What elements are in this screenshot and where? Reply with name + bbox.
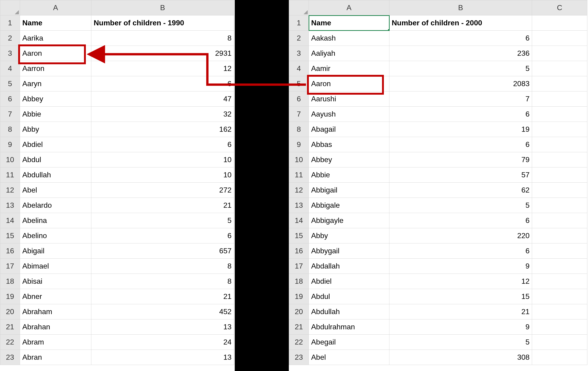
row-header[interactable]: 12 xyxy=(0,183,20,198)
cell[interactable]: Aarron xyxy=(20,61,91,76)
cell[interactable]: 8 xyxy=(91,259,234,274)
row-header[interactable]: 13 xyxy=(289,198,309,213)
cell[interactable] xyxy=(532,183,587,198)
row-header[interactable]: 9 xyxy=(0,137,20,152)
cell[interactable]: 6 xyxy=(389,31,532,46)
row-header[interactable]: 2 xyxy=(289,31,309,46)
cell[interactable]: Abner xyxy=(20,289,91,304)
cell[interactable]: 236 xyxy=(389,46,532,61)
cell[interactable] xyxy=(532,152,587,167)
cell[interactable]: 8 xyxy=(91,274,234,289)
cell[interactable]: 62 xyxy=(389,183,532,198)
right-spreadsheet[interactable]: A B C 1NameNumber of children - 20002Aak… xyxy=(289,0,587,365)
row-header[interactable]: 7 xyxy=(0,107,20,122)
cell[interactable] xyxy=(532,259,587,274)
cell[interactable]: Aayush xyxy=(309,107,389,122)
row-header[interactable]: 15 xyxy=(289,228,309,243)
cell[interactable]: 9 xyxy=(389,319,532,335)
cell[interactable]: 10 xyxy=(91,167,234,183)
cell[interactable]: Abegail xyxy=(309,335,389,350)
cell[interactable]: 6 xyxy=(91,228,234,243)
cell[interactable]: Abelino xyxy=(20,228,91,243)
cell[interactable]: 5 xyxy=(389,335,532,350)
cell[interactable] xyxy=(532,31,587,46)
cell[interactable]: 2083 xyxy=(389,76,532,91)
cell[interactable]: 21 xyxy=(91,198,234,213)
cell[interactable] xyxy=(532,167,587,183)
row-header[interactable]: 15 xyxy=(0,228,20,243)
col-header-A[interactable]: A xyxy=(20,0,91,15)
cell[interactable]: 162 xyxy=(91,122,234,137)
cell[interactable]: 21 xyxy=(389,304,532,319)
cell[interactable]: Number of children - 2000 xyxy=(389,15,532,31)
cell[interactable]: 308 xyxy=(389,350,532,365)
row-header[interactable]: 3 xyxy=(0,46,20,61)
row-header[interactable]: 20 xyxy=(289,304,309,319)
cell[interactable] xyxy=(532,335,587,350)
row-header[interactable]: 4 xyxy=(289,61,309,76)
cell[interactable]: Abbigail xyxy=(309,183,389,198)
row-header[interactable]: 16 xyxy=(0,243,20,259)
cell[interactable]: 6 xyxy=(389,137,532,152)
cell[interactable]: 657 xyxy=(91,243,234,259)
cell[interactable]: Abdullah xyxy=(309,304,389,319)
row-header[interactable]: 9 xyxy=(289,137,309,152)
cell[interactable]: Abdullah xyxy=(20,167,91,183)
select-all-corner[interactable] xyxy=(0,0,20,15)
col-header-B[interactable]: B xyxy=(91,0,234,15)
col-header-B[interactable]: B xyxy=(389,0,532,15)
row-header[interactable]: 2 xyxy=(0,31,20,46)
cell[interactable]: Abbygail xyxy=(309,243,389,259)
cell[interactable] xyxy=(532,107,587,122)
row-header[interactable]: 19 xyxy=(289,289,309,304)
cell[interactable]: Abdiel xyxy=(20,137,91,152)
cell[interactable]: Abel xyxy=(309,350,389,365)
left-spreadsheet[interactable]: A B 1NameNumber of children - 19902Aarik… xyxy=(0,0,234,365)
cell[interactable]: Abelina xyxy=(20,213,91,228)
row-header[interactable]: 23 xyxy=(289,350,309,365)
cell[interactable]: Abagail xyxy=(309,122,389,137)
cell[interactable]: Abby xyxy=(309,228,389,243)
cell[interactable]: Abrahan xyxy=(20,319,91,335)
cell[interactable] xyxy=(532,46,587,61)
cell[interactable]: Abisai xyxy=(20,274,91,289)
cell[interactable]: Aaliyah xyxy=(309,46,389,61)
cell[interactable]: 220 xyxy=(389,228,532,243)
row-header[interactable]: 13 xyxy=(0,198,20,213)
cell[interactable]: Abdulrahman xyxy=(309,319,389,335)
cell[interactable]: Abdul xyxy=(309,289,389,304)
row-header[interactable]: 5 xyxy=(289,76,309,91)
cell[interactable] xyxy=(532,304,587,319)
cell[interactable]: 24 xyxy=(91,335,234,350)
cell[interactable]: Abraham xyxy=(20,304,91,319)
row-header[interactable]: 16 xyxy=(289,243,309,259)
cell[interactable] xyxy=(532,137,587,152)
row-header[interactable]: 12 xyxy=(289,183,309,198)
row-header[interactable]: 17 xyxy=(289,259,309,274)
cell[interactable]: 9 xyxy=(389,259,532,274)
row-header[interactable]: 5 xyxy=(0,76,20,91)
row-header[interactable]: 11 xyxy=(0,167,20,183)
row-header[interactable]: 14 xyxy=(0,213,20,228)
cell[interactable] xyxy=(532,289,587,304)
cell[interactable]: Abram xyxy=(20,335,91,350)
cell[interactable]: Aakash xyxy=(309,31,389,46)
cell[interactable]: 6 xyxy=(389,243,532,259)
cell[interactable]: Abimael xyxy=(20,259,91,274)
cell[interactable] xyxy=(532,76,587,91)
cell[interactable]: 21 xyxy=(91,289,234,304)
cell[interactable]: Name xyxy=(20,15,91,31)
cell[interactable]: 8 xyxy=(91,31,234,46)
cell[interactable]: Abbie xyxy=(309,167,389,183)
row-header[interactable]: 7 xyxy=(289,107,309,122)
cell[interactable]: 6 xyxy=(389,213,532,228)
row-header[interactable]: 4 xyxy=(0,61,20,76)
row-header[interactable]: 10 xyxy=(289,152,309,167)
cell[interactable] xyxy=(532,319,587,335)
fill-handle[interactable] xyxy=(388,29,389,31)
cell[interactable]: 79 xyxy=(389,152,532,167)
row-header[interactable]: 8 xyxy=(0,122,20,137)
row-header[interactable]: 22 xyxy=(0,335,20,350)
row-header[interactable]: 21 xyxy=(0,319,20,335)
cell[interactable]: Abbey xyxy=(20,91,91,107)
